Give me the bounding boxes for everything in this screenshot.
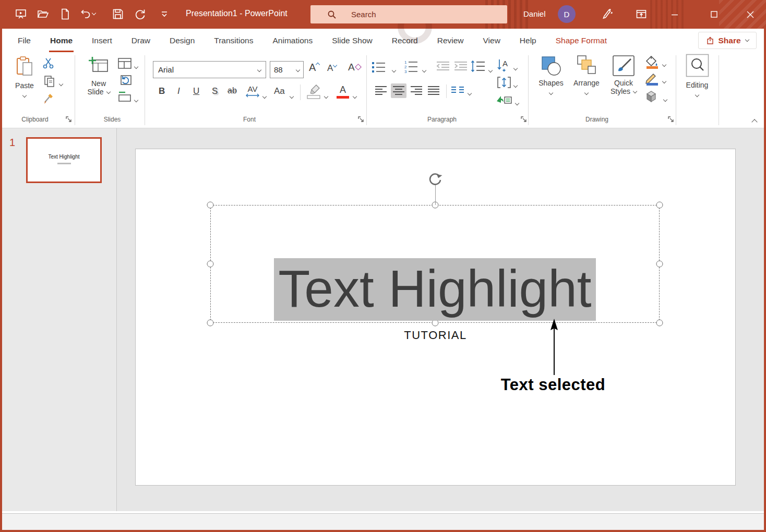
- clipboard-dialog-launcher[interactable]: [65, 116, 73, 123]
- tab-animations[interactable]: Animations: [271, 29, 314, 52]
- shape-effects-dropdown[interactable]: [664, 94, 667, 103]
- underline-button[interactable]: U: [193, 86, 199, 96]
- minimize-button[interactable]: [663, 0, 687, 29]
- shape-effects-button[interactable]: [644, 90, 659, 103]
- new-slide-button[interactable]: New Slide: [81, 56, 116, 96]
- font-color-dropdown[interactable]: [353, 91, 356, 100]
- cut-button[interactable]: [43, 57, 54, 69]
- change-case-button[interactable]: Aa: [274, 86, 285, 96]
- tab-file[interactable]: File: [17, 29, 32, 52]
- resize-handle-bottom-right[interactable]: [656, 320, 663, 327]
- increase-indent-button[interactable]: [454, 61, 468, 71]
- quick-styles-button[interactable]: Quick Styles: [606, 55, 641, 95]
- tab-review[interactable]: Review: [436, 29, 465, 52]
- layout-button[interactable]: [118, 58, 131, 69]
- align-text-button[interactable]: [497, 76, 511, 89]
- paste-button[interactable]: Paste: [9, 56, 40, 99]
- font-name-combobox[interactable]: Arial: [153, 61, 266, 78]
- text-direction-dropdown[interactable]: [514, 63, 517, 72]
- slide-thumbnail[interactable]: Text Highlight: [26, 137, 102, 183]
- drawing-dialog-launcher[interactable]: [667, 116, 675, 123]
- account-name[interactable]: Daniel: [523, 9, 546, 18]
- numbering-dropdown[interactable]: [423, 65, 426, 74]
- line-spacing-dropdown[interactable]: [489, 65, 492, 74]
- section-button[interactable]: [118, 91, 131, 102]
- bold-button[interactable]: B: [159, 86, 165, 96]
- shape-outline-button[interactable]: [645, 72, 659, 86]
- collapse-ribbon-button[interactable]: [752, 117, 757, 126]
- numbering-button[interactable]: 123: [404, 59, 418, 73]
- line-spacing-button[interactable]: [471, 60, 485, 72]
- ribbon-display-options-button[interactable]: [632, 5, 650, 23]
- editing-button[interactable]: Editing: [682, 54, 712, 99]
- change-case-dropdown[interactable]: [290, 91, 293, 100]
- paragraph-dialog-launcher[interactable]: [520, 116, 528, 123]
- align-text-dropdown[interactable]: [514, 80, 517, 89]
- convert-to-smartart-button[interactable]: [496, 94, 512, 105]
- resize-handle-top-right[interactable]: [656, 202, 663, 209]
- font-color-button[interactable]: A: [337, 84, 349, 99]
- tab-shape-format[interactable]: Shape Format: [555, 29, 608, 52]
- qat-customize-button[interactable]: [155, 5, 173, 23]
- selected-text-highlight[interactable]: Text Highlight: [274, 258, 595, 321]
- redo-button[interactable]: [131, 5, 149, 23]
- columns-button[interactable]: [451, 86, 464, 93]
- format-painter-button[interactable]: [43, 92, 56, 104]
- shape-fill-dropdown[interactable]: [663, 59, 666, 68]
- decrease-indent-button[interactable]: [436, 61, 450, 71]
- shape-outline-dropdown[interactable]: [663, 76, 666, 85]
- tab-home[interactable]: Home: [49, 29, 74, 52]
- clear-formatting-button[interactable]: A: [348, 62, 361, 73]
- undo-button[interactable]: [78, 5, 96, 23]
- rotate-handle[interactable]: [428, 171, 442, 186]
- tab-slide-show[interactable]: Slide Show: [331, 29, 374, 52]
- start-slideshow-button[interactable]: [12, 5, 30, 23]
- shape-fill-button[interactable]: [645, 55, 659, 69]
- search-input[interactable]: Search: [310, 5, 507, 23]
- columns-dropdown[interactable]: [468, 88, 471, 97]
- resize-handle-top-left[interactable]: [207, 202, 214, 209]
- slide-canvas[interactable]: Text Highlight TUTORIAL Text selected: [135, 149, 736, 486]
- char-spacing-dropdown[interactable]: [263, 91, 266, 100]
- save-button[interactable]: [109, 5, 127, 23]
- shrink-font-button[interactable]: A: [327, 63, 337, 74]
- shapes-button[interactable]: Shapes: [535, 55, 567, 96]
- section-dropdown[interactable]: [135, 94, 138, 104]
- italic-button[interactable]: I: [177, 86, 180, 96]
- copy-dropdown[interactable]: [59, 78, 63, 88]
- justify-button[interactable]: [426, 83, 441, 98]
- arrange-button[interactable]: Arrange: [570, 55, 603, 96]
- bullets-dropdown[interactable]: [392, 65, 396, 74]
- font-size-combobox[interactable]: 88: [270, 61, 304, 78]
- align-left-button[interactable]: [373, 83, 389, 98]
- coming-soon-button[interactable]: [598, 5, 616, 23]
- slide-subtitle-text[interactable]: TUTORIAL: [136, 329, 735, 342]
- grow-font-button[interactable]: A: [309, 62, 319, 74]
- share-button[interactable]: Share: [698, 32, 757, 49]
- copy-button[interactable]: [44, 75, 55, 88]
- smartart-dropdown[interactable]: [516, 98, 519, 107]
- tab-transitions[interactable]: Transitions: [213, 29, 254, 52]
- maximize-button[interactable]: [702, 0, 726, 29]
- reset-button[interactable]: [118, 74, 131, 87]
- tab-design[interactable]: Design: [169, 29, 196, 52]
- slide-title-text[interactable]: Text Highlight: [210, 260, 660, 317]
- strikethrough-button[interactable]: ab: [228, 86, 237, 95]
- align-right-button[interactable]: [409, 83, 424, 98]
- open-button[interactable]: [34, 5, 52, 23]
- text-shadow-button[interactable]: S: [212, 86, 218, 96]
- close-button[interactable]: [738, 0, 762, 29]
- avatar[interactable]: D: [558, 5, 576, 23]
- tab-draw[interactable]: Draw: [130, 29, 151, 52]
- font-dialog-launcher[interactable]: [357, 116, 365, 123]
- layout-dropdown[interactable]: [135, 61, 138, 70]
- character-spacing-button[interactable]: AV: [246, 84, 259, 98]
- tab-view[interactable]: View: [482, 29, 501, 52]
- text-direction-button[interactable]: A: [497, 58, 511, 72]
- new-file-button[interactable]: [56, 5, 74, 23]
- highlight-color-dropdown[interactable]: [325, 91, 328, 100]
- highlight-color-button[interactable]: [306, 83, 321, 99]
- tab-help[interactable]: Help: [519, 29, 537, 52]
- tab-insert[interactable]: Insert: [91, 29, 113, 52]
- bullets-button[interactable]: [372, 61, 386, 73]
